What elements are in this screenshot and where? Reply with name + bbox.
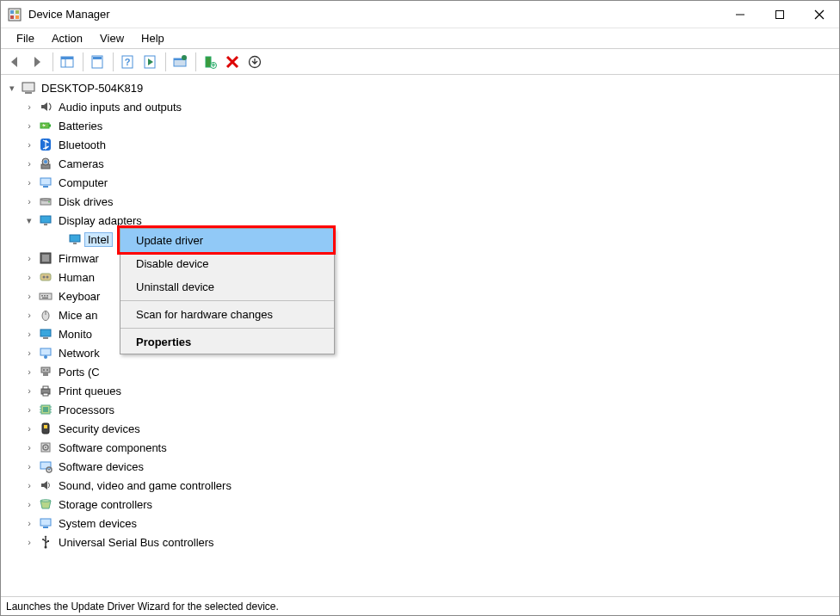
monitor-icon [39,327,52,341]
action-button[interactable] [139,52,160,72]
tree-category[interactable]: ›Software components [1,438,839,457]
expand-arrow-icon[interactable]: › [23,461,35,471]
context-menu-item[interactable]: Disable device [120,252,334,275]
expand-arrow-icon[interactable]: › [23,253,35,263]
svg-rect-84 [40,519,51,526]
expand-arrow-icon[interactable]: › [23,518,35,528]
system-icon [39,516,52,530]
tree-category[interactable]: ›Sound, video and game controllers [1,476,839,495]
remove-button[interactable] [222,52,243,72]
tree-category[interactable]: ›Print queues [1,381,839,400]
tree-category[interactable]: ›Bluetooth [1,135,839,154]
close-button[interactable] [800,1,839,28]
tree-item-label: Computer [59,176,108,189]
svg-point-47 [46,276,49,279]
expand-arrow-icon[interactable]: › [23,120,35,131]
tree-item-label: Software devices [59,460,144,473]
collapse-arrow-icon[interactable]: ▾ [6,83,18,94]
tree-category[interactable]: ›Audio inputs and outputs [1,97,839,116]
expand-arrow-icon[interactable]: › [23,442,35,453]
svg-rect-40 [44,224,47,225]
expand-arrow-icon[interactable]: › [23,480,35,490]
tree-category[interactable]: ›Cameras [1,154,839,173]
help-button[interactable]: ? [117,52,138,72]
expand-arrow-icon[interactable]: › [23,196,35,206]
usb-icon [39,535,52,549]
menu-action[interactable]: Action [43,30,91,46]
context-menu: Update driverDisable deviceUninstall dev… [120,228,335,354]
expand-arrow-icon[interactable]: › [23,499,35,509]
back-button[interactable] [4,52,25,72]
tree-item-label: Disk drives [59,195,114,208]
expand-arrow-icon[interactable]: › [23,348,35,358]
ports-icon [39,365,52,379]
expand-arrow-icon[interactable]: › [23,272,35,282]
expand-arrow-icon[interactable]: › [23,537,35,547]
context-menu-item[interactable]: Properties [120,330,334,354]
mouse-icon [39,308,52,322]
svg-point-46 [43,276,46,279]
minimize-button[interactable] [720,1,760,28]
tree-category[interactable]: ›Processors [1,400,839,419]
menu-file[interactable]: File [8,30,43,46]
properties-icon [90,55,104,69]
expand-arrow-icon[interactable]: › [23,139,35,150]
expand-arrow-icon[interactable]: › [23,310,35,320]
tree-category[interactable]: ›System devices [1,514,839,533]
forward-icon [30,55,44,69]
tree-category[interactable]: ›Computer [1,173,839,192]
svg-rect-27 [25,92,32,94]
computer-icon [39,176,52,189]
tree-category[interactable]: ▾Display adapters [1,211,839,230]
expand-arrow-icon[interactable]: › [23,177,35,188]
tree-category[interactable]: ›Batteries [1,116,839,135]
tree-item-label: Cameras [59,157,104,170]
svg-rect-35 [43,186,48,188]
forward-button[interactable] [27,52,47,72]
svg-rect-39 [40,216,51,223]
tree-category[interactable]: ›Storage controllers [1,495,839,514]
maximize-button[interactable] [760,1,800,28]
tree-category[interactable]: ›Security devices [1,419,839,438]
expand-arrow-icon[interactable]: › [23,423,35,434]
expand-arrow-icon[interactable]: › [23,385,35,396]
device-tree[interactable]: ▾DESKTOP-504K819›Audio inputs and output… [1,75,839,596]
menu-help[interactable]: Help [133,30,173,46]
expand-arrow-icon[interactable]: › [23,291,35,301]
tree-item-label: Display adapters [59,214,142,227]
svg-rect-42 [73,243,77,244]
tree-item-label: Mice an [59,309,98,322]
update-icon [248,55,262,69]
context-menu-item[interactable]: Scan for hardware changes [120,303,334,326]
svg-rect-68 [43,407,48,412]
tree-item-label: Batteries [59,120,102,132]
tree-root-computer[interactable]: ▾DESKTOP-504K819 [1,78,839,97]
svg-rect-76 [44,425,47,428]
add-legacy-button[interactable]: + [200,52,220,72]
properties-button[interactable] [87,52,108,72]
tree-category[interactable]: ›Universal Serial Bus controllers [1,533,839,551]
svg-point-38 [40,199,51,200]
collapse-arrow-icon[interactable]: ▾ [23,215,35,226]
expand-arrow-icon[interactable]: › [23,158,35,169]
expand-arrow-icon[interactable]: › [23,102,35,112]
tree-category[interactable]: ›Software devices [1,457,839,476]
sound-icon [39,478,52,492]
tree-category[interactable]: ›Ports (C [1,362,839,381]
tree-category[interactable]: ›Disk drives [1,192,839,211]
expand-arrow-icon[interactable]: › [23,404,35,415]
scan-hardware-button[interactable] [170,52,190,72]
show-hide-tree-button[interactable] [57,52,77,72]
menu-view[interactable]: View [91,30,133,46]
update-button[interactable] [244,52,265,72]
svg-rect-49 [41,295,43,297]
cpu-icon [39,403,52,416]
expand-arrow-icon[interactable]: › [23,367,35,377]
context-menu-item[interactable]: Update driver [120,229,334,252]
svg-rect-45 [40,274,51,280]
tree-item-label: Universal Serial Bus controllers [59,536,214,549]
context-menu-item[interactable]: Uninstall device [120,275,334,299]
camera-icon [39,157,52,170]
help-icon: ? [120,55,134,69]
expand-arrow-icon[interactable]: › [23,329,35,339]
